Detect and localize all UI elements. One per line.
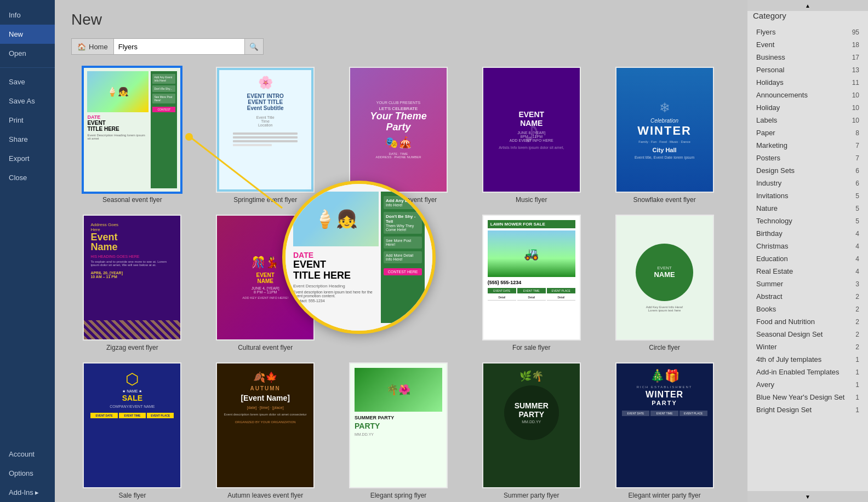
sidebar-item-share[interactable]: Share xyxy=(0,130,55,149)
category-item-label: Christmas xyxy=(756,242,789,250)
category-item[interactable]: Invitations5 xyxy=(753,189,863,202)
category-item-count: 11 xyxy=(852,79,859,86)
category-item-count: 5 xyxy=(855,192,859,200)
category-item-label: Holiday xyxy=(756,103,780,112)
template-winterparty[interactable]: 🎄🎁 RICH ESTABLISHMENT WINTER PARTY EVENT… xyxy=(603,362,726,499)
category-item[interactable]: Design Sets6 xyxy=(753,164,863,177)
category-item[interactable]: Avery1 xyxy=(753,378,863,391)
category-item[interactable]: Paper8 xyxy=(753,126,863,139)
sidebar-item-saveas[interactable]: Save As xyxy=(0,91,55,111)
category-item-count: 2 xyxy=(855,343,859,351)
template-summer[interactable]: 🌿🌴 SUMMERPARTY MM.DD.YY Summer party fly… xyxy=(470,362,592,499)
category-item[interactable]: Marketing7 xyxy=(753,139,863,152)
category-item[interactable]: Blue New Year's Design Set1 xyxy=(753,391,863,403)
category-item-count: 10 xyxy=(852,104,859,112)
zoom-overlay: 🍦👧 DATE EVENT TITLE HERE Event Descripti… xyxy=(282,181,436,334)
category-item[interactable]: Labels10 xyxy=(753,114,863,126)
category-item-count: 95 xyxy=(852,28,859,36)
template-elegantspring[interactable]: 🌴🌺 SUMMER PARTY PARTY MM.DD.YY Elegant s… xyxy=(338,362,460,499)
category-item-label: Real Estate xyxy=(756,267,793,275)
category-item[interactable]: Birthday4 xyxy=(753,227,863,240)
category-item[interactable]: Event18 xyxy=(753,38,863,51)
sidebar-item-print[interactable]: Print xyxy=(0,111,55,130)
search-button[interactable]: 🔍 xyxy=(245,38,264,55)
template-autumn[interactable]: 🍂🍁 AUTUMN [Event Name] [date] · [time] ·… xyxy=(204,362,327,499)
category-item-label: Paper xyxy=(756,129,775,137)
sidebar-item-addins[interactable]: Add-Ins ▸ xyxy=(0,483,55,502)
sidebar-item-new[interactable]: New xyxy=(0,25,55,44)
category-item-count: 10 xyxy=(852,117,859,124)
category-item[interactable]: Real Estate4 xyxy=(753,265,863,278)
template-springtime[interactable]: 🌸 EVENT INTROEVENT TITLEEvent Subtitle E… xyxy=(204,67,327,204)
sidebar-item-info[interactable]: Info xyxy=(0,5,55,25)
sidebar-item-account[interactable]: Account xyxy=(0,445,55,464)
zoom-contest-button[interactable]: CONTEST HERE xyxy=(384,268,422,275)
category-item-label: Avery xyxy=(756,380,774,389)
category-item[interactable]: Nature5 xyxy=(753,202,863,215)
category-item-label: Industry xyxy=(756,179,781,187)
sidebar-item-export[interactable]: Export xyxy=(0,149,55,168)
sidebar-item-save[interactable]: Save xyxy=(0,72,55,91)
category-item-count: 2 xyxy=(855,318,859,326)
category-item[interactable]: Winter2 xyxy=(753,341,863,353)
sidebar-item-open[interactable]: Open xyxy=(0,44,55,63)
category-item-label: Holidays xyxy=(756,78,784,86)
scroll-down-button[interactable]: ▼ xyxy=(747,491,868,502)
home-icon: 🏠 xyxy=(77,43,86,51)
category-item-label: Event xyxy=(756,41,774,49)
category-item[interactable]: Food and Nutrition2 xyxy=(753,315,863,328)
template-music[interactable]: ♪ EVENTNAME JUNE 8, [YEAR]8PM – 11PMADD … xyxy=(470,67,592,204)
category-item-label: Design Sets xyxy=(756,166,795,175)
category-item[interactable]: Business17 xyxy=(753,51,863,64)
category-item[interactable]: Summer3 xyxy=(753,278,863,290)
sidebar-item-options[interactable]: Options xyxy=(0,464,55,483)
category-item[interactable]: Bright Design Set1 xyxy=(753,403,863,416)
category-item-count: 7 xyxy=(855,142,859,149)
category-item-label: Food and Nutrition xyxy=(756,318,815,326)
template-zigzag[interactable]: Address GoesHere EventName HIS HEADING G… xyxy=(71,215,193,351)
category-item[interactable]: Education4 xyxy=(753,252,863,265)
category-item-count: 2 xyxy=(855,293,859,301)
category-item[interactable]: Seasonal Design Set2 xyxy=(753,328,863,341)
home-button[interactable]: 🏠 Home xyxy=(71,38,113,55)
category-item[interactable]: Industry6 xyxy=(753,177,863,189)
zoom-box3: See More Post Here! xyxy=(384,236,422,249)
category-item[interactable]: 4th of July templates1 xyxy=(753,353,863,366)
category-item[interactable]: Holidays11 xyxy=(753,76,863,89)
template-label-springtime: Springtime event flyer xyxy=(233,196,297,204)
search-icon: 🔍 xyxy=(249,43,259,51)
category-item-label: Technology xyxy=(756,217,792,225)
zoom-right: Add Any Event Info Here! Don't Be Shy - … xyxy=(381,192,425,323)
category-item[interactable]: Flyers95 xyxy=(753,26,863,38)
category-item-count: 2 xyxy=(855,305,859,313)
zoom-left: 🍦👧 DATE EVENT TITLE HERE Event Descripti… xyxy=(293,192,379,323)
search-input[interactable] xyxy=(113,38,245,55)
category-item-label: Winter xyxy=(756,343,777,351)
template-seasonal[interactable]: 🍦👧 DATE EVENTTITLE HERE Event Descriptio… xyxy=(71,67,193,204)
category-item-count: 1 xyxy=(855,368,859,376)
category-item[interactable]: Announcements10 xyxy=(753,89,863,101)
template-circle[interactable]: EVENT NAME Add Key Event Info Here!Lorem… xyxy=(603,215,726,351)
category-item[interactable]: Abstract2 xyxy=(753,290,863,303)
scroll-up-button[interactable]: ▲ xyxy=(747,0,868,11)
template-forsale[interactable]: LAWN MOWER FOR SALE 🚜 (555) 555-1234 EVE… xyxy=(470,215,592,351)
category-item-count: 6 xyxy=(855,167,859,175)
sidebar-item-close[interactable]: Close xyxy=(0,168,55,187)
zoom-event: EVENT TITLE HERE xyxy=(293,259,379,281)
category-item[interactable]: Books2 xyxy=(753,303,863,315)
template-sale[interactable]: ⬡ ★ NAME ★ SALE COMPANY/EVENT NAME EVENT… xyxy=(71,362,193,499)
category-item[interactable]: Technology5 xyxy=(753,215,863,227)
category-item[interactable]: Add-in Enabled Templates1 xyxy=(753,366,863,378)
template-label-snowflake: Snowflake event flyer xyxy=(633,196,696,204)
category-item[interactable]: Christmas4 xyxy=(753,240,863,252)
template-snowflake[interactable]: ❄ Celebration WINTER Family · Fun · Food… xyxy=(603,67,726,204)
category-item-count: 1 xyxy=(855,406,859,414)
category-item-count: 8 xyxy=(855,129,859,137)
zoom-date: DATE xyxy=(293,251,379,259)
category-item[interactable]: Holiday10 xyxy=(753,101,863,114)
category-item[interactable]: Posters7 xyxy=(753,152,863,164)
category-item[interactable]: Personal13 xyxy=(753,64,863,76)
category-item-label: Books xyxy=(756,305,776,313)
category-list: Flyers95Event18Business17Personal13Holid… xyxy=(753,26,863,416)
main-content: New 🏠 Home 🔍 🍦👧 DATE EVENTTITLE HERE xyxy=(55,0,747,502)
